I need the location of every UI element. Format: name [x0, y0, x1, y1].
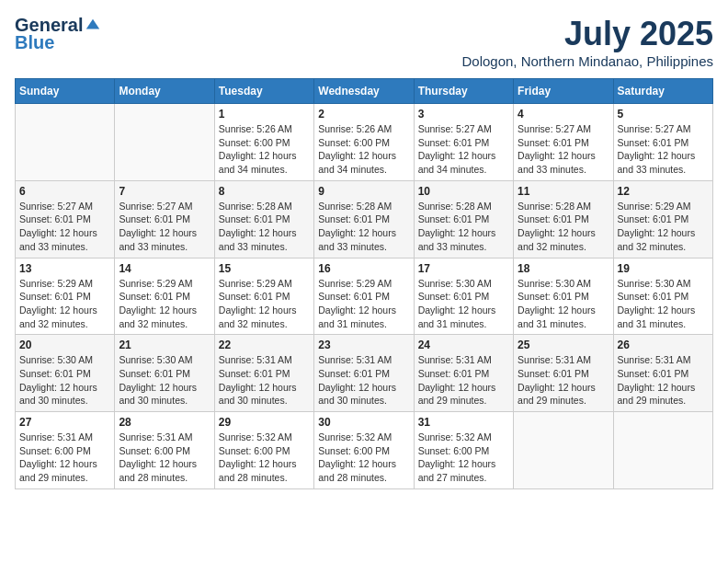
- calendar-cell: 31Sunrise: 5:32 AM Sunset: 6:00 PM Dayli…: [414, 412, 513, 489]
- calendar-cell: 6Sunrise: 5:27 AM Sunset: 6:01 PM Daylig…: [16, 180, 115, 258]
- day-number: 15: [219, 262, 310, 275]
- day-detail: Sunrise: 5:31 AM Sunset: 6:01 PM Dayligh…: [618, 353, 709, 408]
- day-number: 1: [219, 108, 310, 121]
- logo-blue: Blue: [15, 32, 54, 52]
- day-detail: Sunrise: 5:31 AM Sunset: 6:01 PM Dayligh…: [219, 353, 310, 408]
- weekday-header-row: SundayMondayTuesdayWednesdayThursdayFrid…: [16, 79, 713, 104]
- day-detail: Sunrise: 5:30 AM Sunset: 6:01 PM Dayligh…: [618, 277, 709, 331]
- calendar-cell: 2Sunrise: 5:26 AM Sunset: 6:00 PM Daylig…: [314, 104, 414, 181]
- calendar-cell: 27Sunrise: 5:31 AM Sunset: 6:00 PM Dayli…: [16, 412, 115, 489]
- location-title: Dologon, Northern Mindanao, Philippines: [461, 53, 713, 69]
- day-number: 12: [618, 185, 709, 198]
- calendar-cell: 24Sunrise: 5:31 AM Sunset: 6:01 PM Dayli…: [414, 335, 513, 412]
- day-detail: Sunrise: 5:28 AM Sunset: 6:01 PM Dayligh…: [518, 200, 609, 254]
- calendar-cell: 1Sunrise: 5:26 AM Sunset: 6:00 PM Daylig…: [214, 104, 313, 181]
- calendar-cell: 16Sunrise: 5:29 AM Sunset: 6:01 PM Dayli…: [314, 258, 414, 335]
- day-number: 16: [318, 262, 409, 275]
- day-number: 27: [19, 416, 110, 429]
- day-detail: Sunrise: 5:31 AM Sunset: 6:00 PM Dayligh…: [19, 431, 110, 485]
- day-number: 30: [318, 416, 409, 429]
- day-detail: Sunrise: 5:30 AM Sunset: 6:01 PM Dayligh…: [418, 277, 509, 331]
- day-detail: Sunrise: 5:28 AM Sunset: 6:01 PM Dayligh…: [418, 200, 509, 254]
- day-number: 18: [518, 262, 609, 275]
- day-number: 31: [418, 416, 509, 429]
- day-number: 8: [219, 185, 310, 198]
- day-detail: Sunrise: 5:31 AM Sunset: 6:01 PM Dayligh…: [318, 353, 409, 408]
- day-number: 24: [418, 339, 509, 351]
- day-number: 26: [618, 339, 709, 351]
- weekday-header-tuesday: Tuesday: [214, 79, 313, 104]
- calendar-cell: 7Sunrise: 5:27 AM Sunset: 6:01 PM Daylig…: [115, 180, 214, 258]
- day-detail: Sunrise: 5:31 AM Sunset: 6:01 PM Dayligh…: [418, 353, 509, 408]
- weekday-header-sunday: Sunday: [16, 79, 115, 104]
- calendar-week-row: 13Sunrise: 5:29 AM Sunset: 6:01 PM Dayli…: [16, 258, 713, 335]
- calendar-cell: [16, 104, 115, 181]
- day-detail: Sunrise: 5:31 AM Sunset: 6:00 PM Dayligh…: [119, 431, 210, 485]
- calendar-cell: 15Sunrise: 5:29 AM Sunset: 6:01 PM Dayli…: [214, 258, 313, 335]
- calendar-cell: 5Sunrise: 5:27 AM Sunset: 6:01 PM Daylig…: [613, 104, 712, 181]
- day-number: 29: [219, 416, 310, 429]
- day-detail: Sunrise: 5:30 AM Sunset: 6:01 PM Dayligh…: [518, 277, 609, 331]
- calendar-cell: 10Sunrise: 5:28 AM Sunset: 6:01 PM Dayli…: [414, 180, 513, 258]
- calendar-cell: 25Sunrise: 5:31 AM Sunset: 6:01 PM Dayli…: [514, 335, 613, 412]
- calendar-cell: 21Sunrise: 5:30 AM Sunset: 6:01 PM Dayli…: [115, 335, 214, 412]
- day-number: 17: [418, 262, 509, 275]
- day-detail: Sunrise: 5:27 AM Sunset: 6:01 PM Dayligh…: [418, 122, 509, 177]
- calendar-cell: 20Sunrise: 5:30 AM Sunset: 6:01 PM Dayli…: [16, 335, 115, 412]
- calendar-cell: 22Sunrise: 5:31 AM Sunset: 6:01 PM Dayli…: [214, 335, 313, 412]
- day-detail: Sunrise: 5:27 AM Sunset: 6:01 PM Dayligh…: [618, 122, 709, 177]
- calendar-cell: 18Sunrise: 5:30 AM Sunset: 6:01 PM Dayli…: [514, 258, 613, 335]
- calendar-week-row: 27Sunrise: 5:31 AM Sunset: 6:00 PM Dayli…: [16, 412, 713, 489]
- day-detail: Sunrise: 5:32 AM Sunset: 6:00 PM Dayligh…: [219, 431, 310, 485]
- day-detail: Sunrise: 5:29 AM Sunset: 6:01 PM Dayligh…: [618, 200, 709, 254]
- day-number: 22: [219, 339, 310, 351]
- calendar-cell: 3Sunrise: 5:27 AM Sunset: 6:01 PM Daylig…: [414, 104, 513, 181]
- day-detail: Sunrise: 5:26 AM Sunset: 6:00 PM Dayligh…: [219, 122, 310, 177]
- day-number: 10: [418, 185, 509, 198]
- day-detail: Sunrise: 5:29 AM Sunset: 6:01 PM Dayligh…: [318, 277, 409, 331]
- calendar-cell: 26Sunrise: 5:31 AM Sunset: 6:01 PM Dayli…: [613, 335, 712, 412]
- calendar-cell: 9Sunrise: 5:28 AM Sunset: 6:01 PM Daylig…: [314, 180, 414, 258]
- month-title: July 2025: [461, 15, 713, 53]
- day-number: 5: [618, 108, 709, 121]
- day-detail: Sunrise: 5:32 AM Sunset: 6:00 PM Dayligh…: [318, 431, 409, 485]
- day-detail: Sunrise: 5:27 AM Sunset: 6:01 PM Dayligh…: [19, 200, 110, 254]
- calendar-cell: 23Sunrise: 5:31 AM Sunset: 6:01 PM Dayli…: [314, 335, 414, 412]
- day-detail: Sunrise: 5:31 AM Sunset: 6:01 PM Dayligh…: [518, 353, 609, 408]
- day-number: 14: [119, 262, 210, 275]
- page-header: General Blue July 2025 Dologon, Northern…: [15, 15, 713, 69]
- day-number: 7: [119, 185, 210, 198]
- calendar-cell: 28Sunrise: 5:31 AM Sunset: 6:00 PM Dayli…: [115, 412, 214, 489]
- weekday-header-monday: Monday: [115, 79, 214, 104]
- calendar-cell: [514, 412, 613, 489]
- day-number: 28: [119, 416, 210, 429]
- title-section: July 2025 Dologon, Northern Mindanao, Ph…: [461, 15, 713, 69]
- calendar-cell: 13Sunrise: 5:29 AM Sunset: 6:01 PM Dayli…: [16, 258, 115, 335]
- day-number: 9: [318, 185, 409, 198]
- day-number: 3: [418, 108, 509, 121]
- weekday-header-saturday: Saturday: [613, 79, 712, 104]
- day-detail: Sunrise: 5:30 AM Sunset: 6:01 PM Dayligh…: [19, 353, 110, 408]
- calendar-cell: 19Sunrise: 5:30 AM Sunset: 6:01 PM Dayli…: [613, 258, 712, 335]
- weekday-header-thursday: Thursday: [414, 79, 513, 104]
- day-detail: Sunrise: 5:29 AM Sunset: 6:01 PM Dayligh…: [119, 277, 210, 331]
- weekday-header-wednesday: Wednesday: [314, 79, 414, 104]
- calendar-cell: 11Sunrise: 5:28 AM Sunset: 6:01 PM Dayli…: [514, 180, 613, 258]
- logo-icon: [85, 17, 101, 34]
- day-detail: Sunrise: 5:32 AM Sunset: 6:00 PM Dayligh…: [418, 431, 509, 485]
- calendar-cell: 17Sunrise: 5:30 AM Sunset: 6:01 PM Dayli…: [414, 258, 513, 335]
- day-number: 23: [318, 339, 409, 351]
- calendar-cell: 4Sunrise: 5:27 AM Sunset: 6:01 PM Daylig…: [514, 104, 613, 181]
- calendar-table: SundayMondayTuesdayWednesdayThursdayFrid…: [15, 78, 713, 489]
- day-detail: Sunrise: 5:26 AM Sunset: 6:00 PM Dayligh…: [318, 122, 409, 177]
- day-detail: Sunrise: 5:29 AM Sunset: 6:01 PM Dayligh…: [219, 277, 310, 331]
- day-detail: Sunrise: 5:28 AM Sunset: 6:01 PM Dayligh…: [318, 200, 409, 254]
- calendar-week-row: 20Sunrise: 5:30 AM Sunset: 6:01 PM Dayli…: [16, 335, 713, 412]
- calendar-cell: 29Sunrise: 5:32 AM Sunset: 6:00 PM Dayli…: [214, 412, 313, 489]
- calendar-week-row: 6Sunrise: 5:27 AM Sunset: 6:01 PM Daylig…: [16, 180, 713, 258]
- day-detail: Sunrise: 5:30 AM Sunset: 6:01 PM Dayligh…: [119, 353, 210, 408]
- logo: General Blue: [15, 15, 101, 53]
- day-detail: Sunrise: 5:28 AM Sunset: 6:01 PM Dayligh…: [219, 200, 310, 254]
- day-detail: Sunrise: 5:29 AM Sunset: 6:01 PM Dayligh…: [19, 277, 110, 331]
- svg-marker-0: [86, 18, 99, 29]
